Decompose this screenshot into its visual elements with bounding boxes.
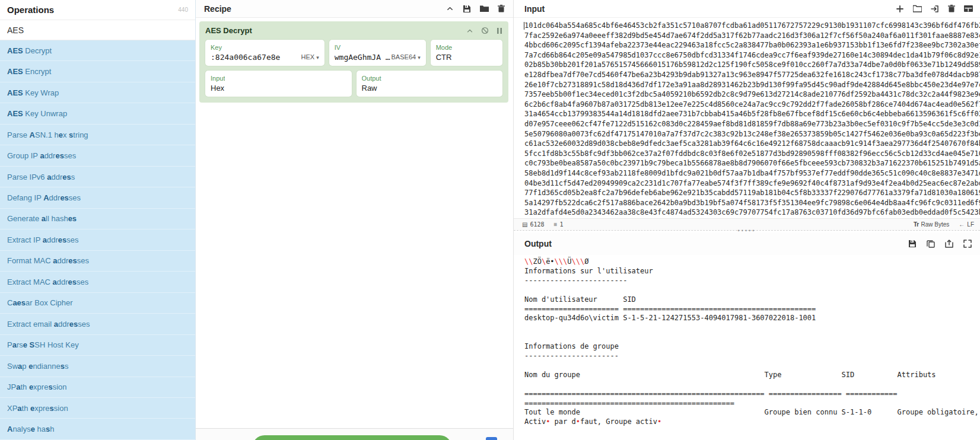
- operation-list-item[interactable]: XPath expression: [0, 398, 195, 419]
- recipe-panel: Recipe AES Decrypt Key :824a006ca67e8e: [196, 0, 514, 440]
- operations-list: AES DecryptAES EncryptAES Key WrapAES Ke…: [0, 40, 195, 440]
- eol-value: LF: [967, 221, 974, 228]
- output-format-arg: Output Raw: [357, 71, 503, 97]
- save-output-icon[interactable]: [908, 240, 917, 248]
- auto-bake-checkbox[interactable]: [486, 437, 497, 440]
- replace-input-with-output-icon[interactable]: [945, 240, 953, 248]
- operation-list-item[interactable]: Generate all hashes: [0, 209, 195, 229]
- collapse-chevron-up-icon[interactable]: [446, 5, 454, 12]
- mode-arg: Mode CTR: [431, 40, 502, 66]
- open-file-import-icon[interactable]: [931, 5, 939, 13]
- line-count[interactable]: ≡ 1: [554, 221, 564, 228]
- key-label: Key: [211, 44, 280, 52]
- input-text[interactable]: 101dc064ba554a685c4bf6e46453cb2fa351c571…: [514, 18, 980, 218]
- operation-list-item[interactable]: Parse SSH Host Key: [0, 335, 195, 356]
- output-title: Output: [524, 239, 552, 248]
- encoding-icon: Tr: [914, 221, 918, 228]
- output-line: desktop-qu34d6o\victim S-1-5-21-12427155…: [524, 314, 980, 323]
- output-line: [524, 333, 980, 342]
- open-folder-icon[interactable]: [913, 5, 922, 12]
- line-count-icon: ≡: [554, 221, 558, 228]
- eol-selector[interactable]: ← LF: [959, 221, 974, 228]
- key-type-dropdown[interactable]: HEX: [301, 53, 319, 62]
- output-format-select[interactable]: Raw: [362, 83, 381, 93]
- operation-list-item[interactable]: JPath expression: [0, 377, 195, 398]
- output-line: ========================================…: [524, 399, 980, 409]
- input-format-select[interactable]: Hex: [211, 83, 225, 93]
- operation-list-item[interactable]: Parse IPv6 address: [0, 167, 195, 187]
- recipe-header: Recipe: [196, 0, 513, 18]
- operation-list-item[interactable]: Analyse hash: [0, 419, 195, 439]
- input-tabs-layout-icon[interactable]: [964, 5, 973, 12]
- output-line: \\ZÖ\ë•\\\Ü\\\Ø: [524, 257, 980, 267]
- key-arg: Key :824a006ca67e8e HEX: [205, 40, 324, 66]
- iv-type-dropdown[interactable]: BASE64: [392, 53, 421, 62]
- operation-list-item[interactable]: AES Encrypt: [0, 61, 195, 82]
- operation-list-item[interactable]: Format MAC addresses: [0, 251, 195, 272]
- operations-search-row: [0, 20, 195, 40]
- operation-list-item[interactable]: Caesar Box Cipher: [0, 293, 195, 314]
- output-line: ----------------------: [524, 352, 980, 361]
- char-count[interactable]: ▤ 6128: [522, 221, 545, 228]
- operation-list-item[interactable]: Extract email addresses: [0, 314, 195, 334]
- text-cursor: [524, 22, 524, 30]
- operation-list-item[interactable]: Defang IP Addresses: [0, 187, 195, 208]
- operation-list-item[interactable]: Extract IP addresses: [0, 229, 195, 250]
- clear-io-trash-icon[interactable]: [948, 5, 955, 12]
- add-input-tab-plus-icon[interactable]: [896, 5, 904, 13]
- line-count-value: 1: [559, 221, 563, 228]
- disable-operation-ban-icon[interactable]: [481, 27, 489, 34]
- encoding-value: Raw Bytes: [921, 221, 950, 228]
- resize-grip-dots: •••••: [738, 229, 756, 232]
- output-line: [524, 380, 980, 390]
- input-format-label: Input: [211, 75, 225, 82]
- operations-header: Operations 440: [0, 0, 195, 20]
- output-line: Tout le monde Groupe bien connu S-1-1-0 …: [524, 408, 980, 417]
- output-line: Nom d'utilisateur SID: [524, 295, 980, 305]
- output-line: [524, 286, 980, 295]
- output-header: Output: [514, 232, 980, 255]
- copy-output-icon[interactable]: [927, 240, 935, 248]
- input-format-arg: Input Hex: [205, 71, 352, 97]
- mode-select[interactable]: CTR: [436, 52, 453, 62]
- iv-arg: IV wmgAeGhmJA … BASE64: [329, 40, 426, 66]
- operation-list-item[interactable]: Group IP addresses: [0, 145, 195, 166]
- operation-list-item[interactable]: AES Key Unwrap: [0, 103, 195, 124]
- operations-panel: Operations 440 AES DecryptAES EncryptAES…: [0, 0, 196, 440]
- mode-label: Mode: [436, 44, 453, 52]
- dropdown-caret-icon: [418, 53, 421, 60]
- operation-list-item[interactable]: AES Decrypt: [0, 40, 195, 61]
- clear-recipe-trash-icon[interactable]: [498, 5, 505, 12]
- output-line: [524, 323, 980, 333]
- bake-button[interactable]: [252, 435, 452, 440]
- iv-input[interactable]: wmgAeGhmJA …: [335, 52, 390, 62]
- operation-list-item[interactable]: Extract MAC addresses: [0, 272, 195, 292]
- operation-title: AES Decrypt: [205, 26, 252, 35]
- output-format-label: Output: [362, 75, 381, 82]
- iv-type-value: BASE64: [392, 53, 416, 60]
- output-line: ========================================…: [524, 390, 980, 399]
- bake-bar: [196, 428, 513, 440]
- operation-collapse-chevron-up-icon[interactable]: [466, 27, 473, 34]
- recipe-operation-aes-decrypt[interactable]: AES Decrypt Key :824a006ca67e8e HEX: [199, 21, 508, 103]
- char-count-value: 6128: [530, 221, 544, 228]
- breakpoint-pause-icon[interactable]: [497, 27, 502, 34]
- iv-label: IV: [335, 44, 390, 52]
- input-header: Input: [514, 0, 980, 18]
- operations-search-input[interactable]: [0, 20, 195, 40]
- output-line: Informations sur l'utilisateur: [524, 267, 980, 276]
- io-resize-handle[interactable]: •••••: [514, 230, 980, 232]
- output-line: Activ• par d•faut, Groupe activ•: [524, 417, 980, 427]
- recipe-title: Recipe: [204, 4, 231, 14]
- output-text[interactable]: \\ZÖ\ë•\\\Ü\\\ØInformations sur l'utilis…: [514, 255, 980, 439]
- key-input[interactable]: :824a006ca67e8e: [211, 52, 280, 62]
- operation-list-item[interactable]: AES Key Wrap: [0, 82, 195, 103]
- output-line: [524, 361, 980, 371]
- load-recipe-folder-icon[interactable]: [480, 5, 489, 12]
- maximise-output-icon[interactable]: [963, 240, 972, 248]
- encoding-selector[interactable]: Tr Raw Bytes: [914, 221, 949, 228]
- save-recipe-icon[interactable]: [463, 5, 471, 13]
- output-line: Informations de groupe: [524, 342, 980, 352]
- operation-list-item[interactable]: Parse ASN.1 hex string: [0, 125, 195, 145]
- operation-list-item[interactable]: Swap endianness: [0, 356, 195, 377]
